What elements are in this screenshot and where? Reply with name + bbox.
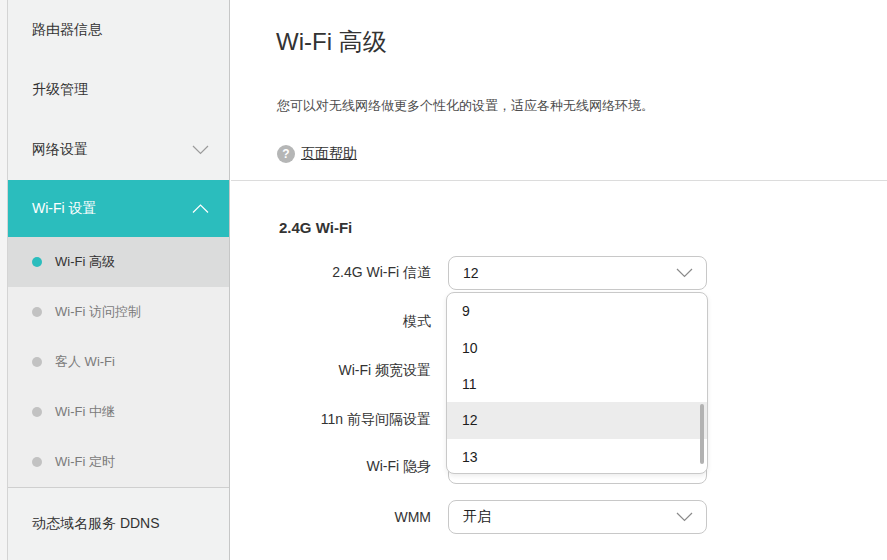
page-title: Wi-Fi 高级 (276, 26, 387, 58)
bullet-icon (32, 357, 42, 367)
chevron-down-icon (676, 512, 693, 522)
sidebar-item-label: Wi-Fi 定时 (55, 453, 115, 471)
sidebar-item-upgrade[interactable]: 升级管理 (8, 60, 229, 120)
bullet-icon (32, 307, 42, 317)
dropdown-option-10[interactable]: 10 (447, 329, 707, 365)
router-admin-page: 路由器信息 升级管理 网络设置 Wi-Fi 设置 Wi-Fi 高级 Wi- (0, 0, 887, 560)
page-description: 您可以对无线网络做更多个性化的设置，适应各种无线网络环境。 (277, 97, 654, 115)
sidebar-item-wifi-settings[interactable]: Wi-Fi 设置 (8, 180, 229, 237)
wmm-select-value: 开启 (463, 508, 491, 526)
mode-label: 模式 (231, 305, 431, 339)
sidebar-item-wifi-schedule[interactable]: Wi-Fi 定时 (8, 437, 229, 487)
sidebar-item-label: Wi-Fi 访问控制 (55, 303, 141, 321)
sidebar-item-label: Wi-Fi 设置 (32, 200, 97, 218)
sidebar-item-router-info[interactable]: 路由器信息 (8, 0, 229, 60)
sidebar-item-wifi-repeater[interactable]: Wi-Fi 中继 (8, 387, 229, 437)
sidebar-item-label: 升级管理 (32, 81, 88, 99)
chevron-up-icon (192, 204, 209, 214)
wifi-submenu: Wi-Fi 高级 Wi-Fi 访问控制 客人 Wi-Fi Wi-Fi 中继 Wi… (8, 237, 229, 487)
dropdown-option-11[interactable]: 11 (447, 366, 707, 402)
sidebar-item-label: 路由器信息 (32, 21, 102, 39)
sidebar: 路由器信息 升级管理 网络设置 Wi-Fi 设置 Wi-Fi 高级 Wi- (8, 0, 230, 560)
dropdown-scrollbar-thumb[interactable] (700, 404, 704, 464)
chevron-down-icon (676, 268, 693, 278)
preamble-label: 11n 前导间隔设置 (231, 403, 431, 437)
sidebar-item-label: Wi-Fi 中继 (55, 403, 115, 421)
sidebar-item-network-settings[interactable]: 网络设置 (8, 120, 229, 180)
channel-label: 2.4G Wi-Fi 信道 (231, 256, 431, 290)
sidebar-item-label: Wi-Fi 高级 (55, 253, 115, 271)
bullet-icon (32, 407, 42, 417)
wmm-label: WMM (231, 500, 431, 534)
help-icon: ? (277, 145, 295, 163)
bandwidth-label: Wi-Fi 频宽设置 (231, 354, 431, 388)
dropdown-option-13[interactable]: 13 (447, 439, 707, 474)
sidebar-item-label: 客人 Wi-Fi (55, 353, 115, 371)
page-help-link[interactable]: ? 页面帮助 (277, 145, 357, 163)
dropdown-option-9[interactable]: 9 (447, 293, 707, 329)
bullet-icon (32, 257, 42, 267)
channel-dropdown-list: 9 10 11 12 13 (446, 292, 708, 474)
dropdown-option-12[interactable]: 12 (447, 402, 707, 438)
channel-select[interactable]: 12 (448, 256, 707, 290)
left-gutter (0, 0, 8, 560)
bullet-icon (32, 457, 42, 467)
main-content: Wi-Fi 高级 您可以对无线网络做更多个性化的设置，适应各种无线网络环境。 ?… (231, 0, 887, 560)
sidebar-item-guest-wifi[interactable]: 客人 Wi-Fi (8, 337, 229, 387)
header-divider (231, 180, 887, 181)
chevron-down-icon (192, 145, 209, 155)
wmm-select[interactable]: 开启 (448, 500, 707, 534)
section-heading-2g: 2.4G Wi-Fi (279, 219, 352, 236)
sidebar-item-label: 网络设置 (32, 141, 88, 159)
sidebar-item-wifi-access-control[interactable]: Wi-Fi 访问控制 (8, 287, 229, 337)
sidebar-item-ddns[interactable]: 动态域名服务 DDNS (8, 487, 229, 560)
channel-select-value: 12 (463, 265, 479, 281)
stealth-label: Wi-Fi 隐身 (231, 450, 431, 484)
sidebar-item-wifi-advanced[interactable]: Wi-Fi 高级 (8, 237, 229, 287)
sidebar-item-label: 动态域名服务 DDNS (32, 515, 160, 533)
help-link-label: 页面帮助 (301, 145, 357, 163)
